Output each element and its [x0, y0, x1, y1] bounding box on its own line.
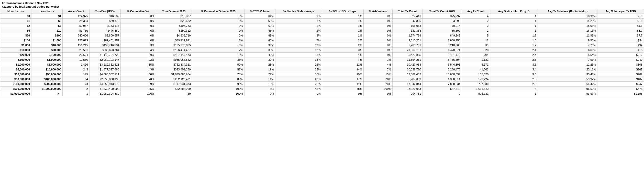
cell-pct_2023_vol: 3%: [244, 87, 275, 91]
col-header-pct-cum-vol: % Cumulative Vol: [121, 9, 156, 14]
cell-pct_cum_vol: 4%: [121, 48, 156, 53]
cell-total_vol_2023: $4,836,710: [156, 33, 192, 38]
cell-more_than: $10: [0, 33, 31, 38]
cell-total_vol: $4,080,562,111: [89, 72, 120, 77]
header-line1: For transactions Before 2 Nov 2023: [2, 2, 642, 5]
cell-avg_tx_failure: 9.50%: [538, 38, 597, 43]
cell-avg_tx_count: 2: [462, 23, 490, 28]
cell-pct_stable: 2%: [275, 28, 322, 33]
cell-avg_distinct_jup: 2.4: [490, 53, 538, 57]
table-row: $1,000,000,000INF1$1,082,304,389100%$010…: [0, 91, 644, 96]
table-row: $1$228,354$39,1720%$26,6820%68%1%1%0%47,…: [0, 19, 644, 23]
table-row: $1,000,000$5,000,0001,496$3,210,352,6233…: [0, 62, 644, 67]
cell-avg_tx_count: 2: [462, 19, 490, 23]
cell-pct_cum_vol: 95%: [121, 87, 156, 91]
cell-total_vol: $2,355,898,199: [89, 77, 120, 82]
cell-pct_arb: 26%: [363, 77, 392, 82]
cell-total_vol_2023: $10,327: [156, 14, 192, 19]
main-table: More than >= Less than < Wallet Count To…: [0, 9, 644, 96]
cell-pct_cum_vol: 0%: [121, 19, 156, 23]
cell-pct_stable: 25%: [275, 67, 322, 72]
cell-total_tx_count_2023: 5,785,504: [423, 57, 462, 62]
cell-less_than: $500,000,000: [31, 82, 63, 87]
cell-total_tx_count_2023: 7,868,634: [423, 82, 462, 87]
cell-wallet_count: 28,354: [63, 19, 89, 23]
cell-pct_sol: 0%: [322, 91, 363, 96]
cell-pct_cum_vol_2023: 50%: [192, 62, 244, 67]
col-header-avg-distinct-jup: Avg Distinct Jup Prog ID: [490, 9, 538, 14]
cell-total_tx_count: 10,427,988: [393, 62, 423, 67]
header-line2: Category by total amount traded per wall…: [2, 5, 642, 8]
cell-avg_distinct_jup: 2.8: [490, 57, 538, 62]
table-row: $5,000,000$10,000,000243$1,677,397,68843…: [0, 67, 644, 72]
cell-avg_tx_count: 4: [462, 14, 490, 19]
cell-pct_stable: 7%: [275, 38, 322, 43]
cell-more_than: $1,000,000: [0, 62, 31, 67]
cell-total_tx_count_2023: 5,208,476: [423, 67, 462, 72]
cell-pct_2023_vol: 19%: [244, 67, 275, 72]
cell-avg_distinct_jup: 3.4: [490, 67, 538, 72]
cell-pct_sol: 11%: [322, 62, 363, 67]
cell-wallet_count: 1: [63, 91, 89, 96]
cell-pct_cum_vol: 70%: [121, 77, 156, 82]
cell-total_vol_2023: $457,149,473: [156, 53, 192, 57]
cell-total_tx_count_2023: 85,509: [423, 28, 462, 33]
cell-avg_tx_count: 2: [462, 28, 490, 33]
cell-less_than: $100: [31, 33, 63, 38]
cell-pct_cum_vol: 60%: [121, 72, 156, 77]
cell-less_than: $1: [31, 14, 63, 19]
cell-less_than: $100,000: [31, 53, 63, 57]
cell-pct_2023_vol: 27%: [244, 72, 275, 77]
cell-pct_cum_vol_2023: 0%: [192, 23, 244, 28]
cell-avg_distinct_jup: 1: [490, 28, 538, 33]
cell-pct_cum_vol_2023: 0%: [192, 19, 244, 23]
cell-total_tx_count: 19,562,452: [393, 72, 423, 77]
cell-total_vol: $1,082,304,389: [89, 91, 120, 96]
cell-pct_cum_vol_2023: 1%: [192, 38, 244, 43]
cell-pct_cum_vol_2023: 5%: [192, 43, 244, 48]
cell-wallet_count: 23,561: [63, 48, 89, 53]
cell-avg_distinct_jup: 1.3: [490, 38, 538, 43]
cell-pct_cum_vol_2023: 7%: [192, 48, 244, 53]
cell-avg_tx_count: 1,611,542: [462, 87, 490, 91]
cell-more_than: $100: [0, 38, 31, 43]
cell-wallet_count: 151,215: [63, 43, 89, 48]
table-row: $100,000,000$500,000,00023$4,350,913,972…: [0, 82, 644, 87]
cell-pct_cum_vol: 89%: [121, 82, 156, 87]
cell-pct_arb: 0%: [363, 38, 392, 43]
cell-pct_stable: 48%: [275, 87, 322, 91]
col-header-avg-tx-count: Avg Tx Count: [462, 9, 490, 14]
cell-total_tx_count: 904,731: [393, 91, 423, 96]
cell-total_tx_count: 141,383: [393, 28, 423, 33]
table-row: $10,000,000$50,000,000195$4,080,562,1116…: [0, 72, 644, 77]
cell-total_tx_count: 1,274,758: [393, 33, 423, 38]
cell-total_vol: $173,116: [89, 23, 120, 28]
cell-pct_cum_vol: 3%: [121, 43, 156, 48]
cell-pct_2023_vol: 11%: [244, 77, 275, 82]
cell-wallet_count: 195: [63, 72, 89, 77]
cell-avg_vol_per_tx: $247: [597, 82, 644, 87]
cell-pct_2023_vol: 62%: [244, 23, 275, 28]
cell-total_vol_2023: $26,682: [156, 19, 192, 23]
cell-total_tx_count_2023: 3,451,779: [423, 53, 462, 57]
cell-avg_tx_count: 904,731: [462, 91, 490, 96]
cell-avg_vol_per_tx: $1,196: [597, 91, 644, 96]
table-row: $0$1124,975$16,2320%$10,3270%64%1%1%0%52…: [0, 14, 644, 19]
cell-avg_tx_count: 5: [462, 33, 490, 38]
cell-total_vol_2023: $252,126,421: [156, 77, 192, 82]
cell-wallet_count: 240,606: [63, 33, 89, 38]
cell-pct_cum_vol: 0%: [121, 28, 156, 33]
cell-wallet_count: 23: [63, 82, 89, 87]
cell-pct_cum_vol: 100%: [121, 91, 156, 96]
cell-pct_cum_vol_2023: 16%: [192, 53, 244, 57]
cell-less_than: INF: [31, 91, 63, 96]
table-row: $1,000$10,000151,215$499,746,0343%$195,9…: [0, 43, 644, 48]
cell-total_tx_count: 3,223,083: [393, 87, 423, 91]
cell-pct_cum_vol_2023: 0%: [192, 14, 244, 19]
cell-total_vol_2023: $39,221,621: [156, 38, 192, 43]
cell-avg_vol_per_tx: $15: [597, 48, 644, 53]
cell-pct_stable: 1%: [275, 23, 322, 28]
cell-pct_cum_vol_2023: 57%: [192, 67, 244, 72]
cell-less_than: $1,000,000: [31, 57, 63, 62]
cell-total_vol_2023: $52,586,269: [156, 87, 192, 91]
